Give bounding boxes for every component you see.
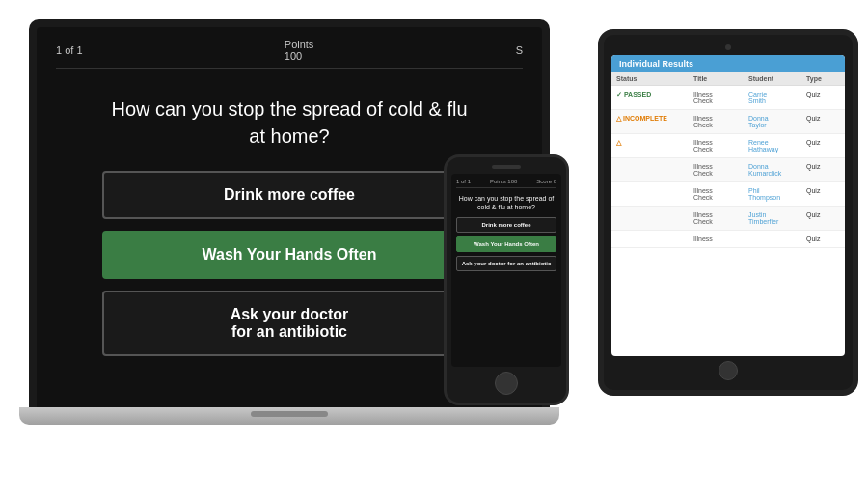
tablet-results-title: Individual Results [611, 55, 845, 72]
student-name: CarrieSmith [748, 91, 806, 104]
laptop-question: How can you stop the spread of cold & fl… [106, 96, 473, 150]
phone: 1 of 1 Points 100 Score 0 How can you st… [444, 154, 569, 405]
table-row: △ IllnessCheck ReneeHathaway Quiz [611, 134, 845, 158]
col-student: Student [748, 75, 806, 82]
status-badge: ✓ PASSED [616, 91, 693, 98]
table-row: IllnessCheck DonnaKumarclick Quiz [611, 158, 845, 182]
laptop-points: Points 100 [285, 39, 314, 62]
row-title: Illness [693, 236, 748, 242]
phone-answer-1[interactable]: Drink more coffee [456, 217, 556, 233]
row-title: IllnessCheck [693, 187, 748, 201]
row-title: IllnessCheck [693, 163, 748, 177]
tablet-body: Individual Results Status Title Student … [598, 29, 858, 396]
row-title: IllnessCheck [693, 211, 748, 225]
answer-btn-3[interactable]: Ask your doctorfor an antibiotic [102, 291, 475, 356]
phone-points: Points 100 [490, 179, 517, 184]
tablet: Individual Results Status Title Student … [598, 29, 858, 396]
phone-speaker [492, 165, 521, 169]
table-row: IllnessCheck PhilThompson Quiz [611, 182, 845, 207]
col-type: Type [806, 75, 840, 82]
tablet-table-header: Status Title Student Type [611, 72, 845, 86]
col-title: Title [693, 75, 748, 82]
status-badge: △ INCOMPLETE [616, 115, 693, 123]
status-badge: △ [616, 139, 693, 147]
laptop-quiz-header: 1 of 1 Points 100 S [56, 39, 523, 69]
scene: 1 of 1 Points 100 S How can you stop the… [0, 0, 868, 500]
student-name: DonnaTaylor [748, 115, 806, 128]
student-name: ReneeHathaway [748, 139, 806, 153]
row-type: Quiz [806, 91, 840, 97]
laptop-body [19, 407, 559, 425]
row-title: IllnessCheck [693, 91, 748, 104]
tablet-screen: Individual Results Status Title Student … [611, 55, 845, 356]
row-title: IllnessCheck [693, 115, 748, 128]
phone-score: Score 0 [536, 179, 556, 184]
student-name: JustinTimberfier [748, 211, 806, 225]
phone-header: 1 of 1 Points 100 Score 0 [456, 179, 556, 188]
row-title: IllnessCheck [693, 139, 748, 153]
phone-body: 1 of 1 Points 100 Score 0 How can you st… [444, 154, 569, 405]
row-type: Quiz [806, 236, 840, 242]
tablet-home-button[interactable] [719, 361, 738, 380]
laptop-progress: 1 of 1 [56, 44, 83, 56]
phone-question: How can you stop the spread of cold & fl… [456, 194, 556, 211]
phone-progress: 1 of 1 [456, 179, 471, 184]
tablet-camera [725, 44, 731, 50]
table-row: △ INCOMPLETE IllnessCheck DonnaTaylor Qu… [611, 110, 845, 134]
laptop-base-reflect [251, 411, 328, 417]
row-type: Quiz [806, 163, 840, 170]
row-type: Quiz [806, 211, 840, 218]
table-row: ✓ PASSED IllnessCheck CarrieSmith Quiz [611, 86, 845, 110]
row-type: Quiz [806, 187, 840, 194]
row-type: Quiz [806, 139, 840, 146]
answer-btn-2[interactable]: Wash Your Hands Often [102, 231, 475, 279]
laptop-score: S [516, 44, 523, 56]
table-row: Illness Quiz [611, 231, 845, 248]
answer-btn-1[interactable]: Drink more coffee [102, 171, 475, 219]
phone-screen: 1 of 1 Points 100 Score 0 How can you st… [451, 174, 561, 367]
phone-answer-3[interactable]: Ask your doctor for an antibiotic [456, 256, 556, 271]
phone-answer-2[interactable]: Wash Your Hands Often [456, 236, 556, 252]
student-name: DonnaKumarclick [748, 163, 806, 177]
student-name: PhilThompson [748, 187, 806, 201]
table-row: IllnessCheck JustinTimberfier Quiz [611, 207, 845, 231]
row-type: Quiz [806, 115, 840, 122]
col-status: Status [616, 75, 693, 82]
phone-home-button[interactable] [495, 372, 518, 395]
